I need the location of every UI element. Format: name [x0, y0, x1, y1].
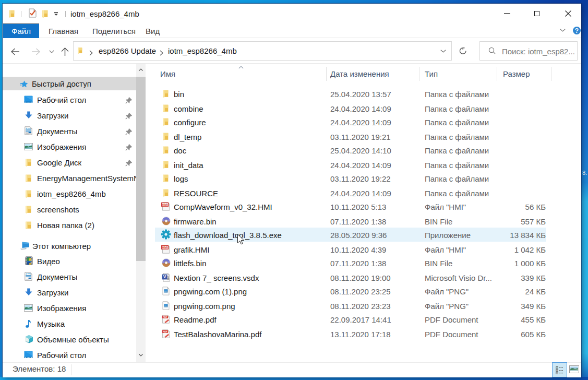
- svg-text:V: V: [163, 274, 166, 279]
- svg-text:PDF: PDF: [163, 316, 167, 318]
- svg-text:HMI: HMI: [162, 246, 168, 249]
- svg-text:PDF: PDF: [163, 330, 167, 333]
- svg-text:HMI: HMI: [162, 203, 168, 206]
